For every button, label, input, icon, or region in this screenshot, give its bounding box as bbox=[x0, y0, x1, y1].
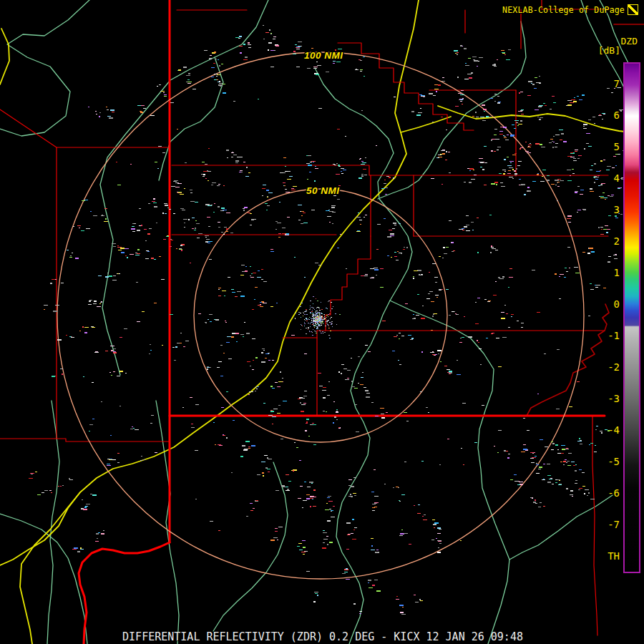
radar-echo bbox=[86, 504, 90, 504]
radar-echo bbox=[436, 157, 439, 158]
radar-echo bbox=[497, 96, 499, 97]
radar-echo bbox=[319, 318, 321, 319]
radar-echo bbox=[440, 361, 441, 362]
radar-echo bbox=[325, 326, 326, 326]
radar-echo bbox=[457, 360, 458, 361]
radar-echo bbox=[273, 409, 278, 409]
radar-echo bbox=[286, 192, 290, 192]
radar-echo bbox=[509, 277, 513, 278]
radar-echo bbox=[89, 431, 90, 431]
radar-echo bbox=[503, 127, 507, 128]
radar-echo bbox=[506, 59, 510, 60]
radar-echo bbox=[225, 231, 228, 232]
radar-echo bbox=[298, 543, 302, 544]
radar-echo bbox=[413, 314, 414, 315]
radar-echo bbox=[325, 509, 329, 510]
radar-echo bbox=[316, 323, 316, 324]
radar-echo bbox=[514, 128, 516, 129]
radar-echo bbox=[331, 511, 332, 512]
radar-echo bbox=[414, 595, 416, 595]
radar-echo bbox=[180, 333, 182, 333]
radar-echo bbox=[311, 331, 312, 332]
site-brand: NEXLAB-College of DuPage bbox=[502, 5, 625, 15]
radar-echo bbox=[30, 473, 34, 474]
radar-echo bbox=[215, 444, 216, 445]
radar-echo bbox=[216, 76, 218, 77]
radar-echo bbox=[327, 520, 331, 522]
radar-echo bbox=[422, 306, 424, 306]
radar-echo bbox=[358, 213, 359, 213]
radar-echo bbox=[530, 143, 531, 144]
radar-echo bbox=[248, 394, 250, 395]
radar-echo bbox=[555, 143, 558, 144]
radar-echo bbox=[183, 346, 185, 347]
radar-echo bbox=[612, 167, 615, 168]
radar-echo bbox=[467, 74, 472, 74]
radar-echo bbox=[328, 316, 328, 317]
radar-echo bbox=[305, 430, 307, 431]
radar-echo bbox=[474, 442, 477, 443]
radar-echo bbox=[399, 253, 402, 253]
radar-echo bbox=[240, 334, 244, 335]
radar-echo bbox=[265, 358, 267, 358]
radar-echo bbox=[575, 191, 578, 192]
radar-echo bbox=[381, 414, 384, 414]
radar-echo bbox=[313, 313, 314, 314]
colorbar bbox=[623, 62, 640, 573]
radar-echo bbox=[547, 464, 550, 464]
radar-echo bbox=[555, 482, 557, 483]
radar-echo bbox=[217, 367, 220, 368]
radar-echo bbox=[559, 484, 562, 484]
radar-echo bbox=[528, 81, 532, 82]
radar-echo bbox=[439, 289, 441, 291]
radar-echo bbox=[570, 490, 573, 492]
radar-echo bbox=[540, 144, 542, 145]
radar-echo bbox=[184, 223, 185, 223]
radar-echo bbox=[580, 190, 584, 190]
radar-echo bbox=[437, 540, 441, 541]
radar-echo bbox=[568, 222, 571, 223]
radar-echo bbox=[453, 250, 455, 251]
radar-echo bbox=[218, 289, 220, 290]
map-line bbox=[213, 462, 288, 631]
radar-echo bbox=[484, 299, 487, 300]
radar-echo bbox=[269, 29, 270, 31]
radar-echo bbox=[575, 480, 577, 481]
radar-echo bbox=[495, 139, 499, 140]
radar-echo bbox=[306, 423, 308, 424]
radar-echo bbox=[514, 474, 517, 475]
radar-echo bbox=[336, 163, 338, 164]
radar-echo bbox=[155, 162, 157, 162]
radar-echo bbox=[512, 169, 514, 170]
radar-echo bbox=[246, 516, 248, 517]
radar-echo bbox=[190, 397, 192, 398]
radar-echo bbox=[484, 146, 487, 147]
radar-echo bbox=[441, 184, 443, 185]
map-line bbox=[401, 117, 451, 132]
radar-echo bbox=[147, 233, 150, 235]
radar-echo bbox=[391, 257, 392, 258]
radar-echo bbox=[91, 326, 94, 327]
radar-echo bbox=[518, 161, 522, 162]
radar-echo bbox=[318, 323, 318, 323]
radar-echo bbox=[248, 47, 251, 48]
radar-echo bbox=[327, 324, 328, 325]
radar-echo bbox=[243, 336, 244, 337]
radar-echo bbox=[296, 67, 300, 67]
radar-echo bbox=[434, 527, 435, 528]
radar-echo bbox=[194, 230, 196, 230]
radar-echo bbox=[313, 497, 316, 497]
radar-echo bbox=[250, 275, 251, 276]
radar-echo bbox=[567, 104, 572, 106]
radar-echo bbox=[310, 306, 311, 306]
radar-echo bbox=[190, 201, 195, 202]
radar-echo bbox=[469, 168, 474, 170]
radar-echo bbox=[329, 211, 333, 212]
radar-echo bbox=[250, 510, 253, 511]
radar-echo bbox=[92, 494, 97, 496]
radar-echo bbox=[336, 324, 337, 325]
radar-echo bbox=[402, 607, 404, 608]
radar-echo bbox=[316, 313, 317, 313]
radar-echo bbox=[260, 306, 263, 307]
radar-echo bbox=[317, 317, 318, 318]
